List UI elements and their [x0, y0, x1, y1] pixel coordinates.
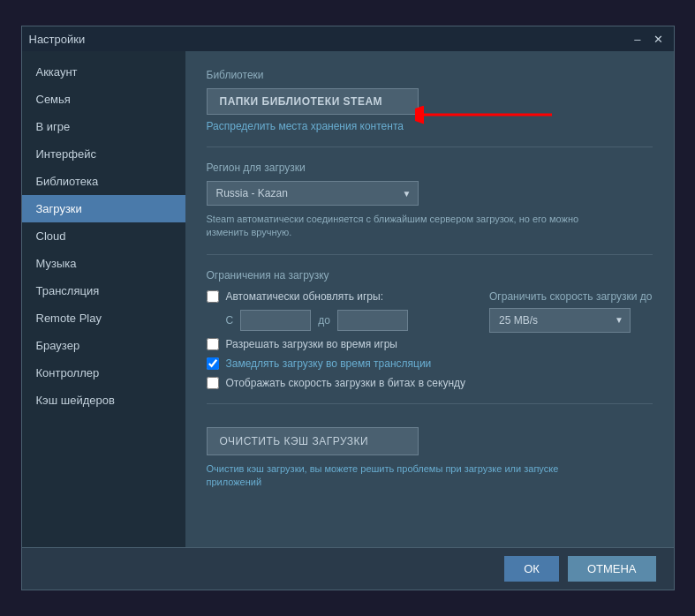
allow-download-label: Разрешать загрузки во время игры	[226, 338, 397, 350]
sidebar-item-account[interactable]: Аккаунт	[22, 58, 185, 86]
auto-update-row: Автоматически обновлять игры:	[207, 290, 408, 303]
show-bits-checkbox[interactable]	[207, 377, 219, 389]
section-divider-1	[207, 146, 653, 147]
window-body: Аккаунт Семья В игре Интерфейс Библиотек…	[22, 51, 674, 547]
window-title: Настройки	[29, 33, 86, 46]
steam-folders-button[interactable]: ПАПКИ БИБЛИОТЕКИ STEAM	[207, 88, 419, 115]
titlebar-controls: – ✕	[631, 33, 666, 46]
clear-note: Очистив кэш загрузки, вы можете решить п…	[207, 462, 595, 490]
speed-select-wrapper: 25 MB/s ▼	[489, 308, 631, 333]
range-from-label: С	[226, 314, 234, 327]
limits-label: Ограничения на загрузку	[207, 269, 653, 282]
clear-cache-button[interactable]: ОЧИСТИТЬ КЭШ ЗАГРУЗКИ	[207, 427, 419, 455]
show-bits-row: Отображать скорость загрузки в битах в с…	[207, 377, 653, 389]
section-divider-2	[207, 254, 653, 255]
auto-update-label: Автоматически обновлять игры:	[226, 290, 383, 303]
region-select[interactable]: Russia - Kazan	[207, 181, 419, 206]
titlebar: Настройки – ✕	[22, 26, 674, 51]
range-to-input[interactable]	[337, 310, 408, 331]
allow-download-row: Разрешать загрузки во время игры	[207, 338, 653, 350]
sidebar: Аккаунт Семья В игре Интерфейс Библиотек…	[22, 51, 185, 547]
settings-window: Настройки – ✕ Аккаунт Семья В игре Интер…	[21, 26, 675, 590]
range-from-input[interactable]	[240, 310, 311, 331]
sidebar-item-remoteplay[interactable]: Remote Play	[22, 304, 185, 332]
section-divider-3	[207, 403, 653, 404]
sidebar-item-cloud[interactable]: Cloud	[22, 222, 185, 250]
throttle-row: Замедлять загрузку во время трансляции	[207, 357, 653, 370]
sidebar-item-music[interactable]: Музыка	[22, 250, 185, 277]
speed-section: Ограничить скорость загрузки до 25 MB/s …	[489, 290, 652, 333]
speed-limit-label: Ограничить скорость загрузки до	[489, 290, 652, 303]
sidebar-item-downloads[interactable]: Загрузки	[22, 195, 185, 222]
sidebar-item-family[interactable]: Семья	[22, 86, 185, 113]
sidebar-item-controller[interactable]: Контроллер	[22, 359, 185, 387]
throttle-checkbox[interactable]	[207, 357, 219, 370]
close-button[interactable]: ✕	[650, 33, 667, 46]
sidebar-item-ingame[interactable]: В игре	[22, 113, 185, 140]
ok-button[interactable]: ОК	[504, 556, 559, 582]
region-label: Регион для загрузки	[207, 162, 653, 174]
region-note: Steam автоматически соединяется с ближай…	[207, 213, 595, 240]
region-select-wrapper: Russia - Kazan ▼	[207, 181, 419, 206]
sidebar-item-browser[interactable]: Браузер	[22, 332, 185, 359]
range-row: С до	[226, 310, 408, 331]
show-bits-label: Отображать скорость загрузки в битах в с…	[226, 377, 466, 389]
footer: ОК ОТМЕНА	[22, 547, 674, 590]
sidebar-item-library[interactable]: Библиотека	[22, 168, 185, 195]
main-content: Библиотеки ПАПКИ БИБЛИОТЕКИ STEAM Распре…	[185, 51, 674, 547]
throttle-label: Замедлять загрузку во время трансляции	[226, 357, 432, 370]
range-to-label: до	[318, 314, 330, 327]
sidebar-item-broadcast[interactable]: Трансляция	[22, 277, 185, 304]
auto-update-checkbox[interactable]	[207, 290, 219, 303]
cancel-button[interactable]: ОТМЕНА	[568, 556, 656, 582]
minimize-button[interactable]: –	[631, 33, 644, 46]
sidebar-item-shader[interactable]: Кэш шейдеров	[22, 387, 185, 414]
libraries-label: Библиотеки	[207, 69, 653, 81]
distribute-link[interactable]: Распределить места хранения контента	[207, 120, 653, 132]
sidebar-item-interface[interactable]: Интерфейс	[22, 140, 185, 168]
allow-download-checkbox[interactable]	[207, 338, 219, 350]
speed-select[interactable]: 25 MB/s	[489, 308, 631, 333]
